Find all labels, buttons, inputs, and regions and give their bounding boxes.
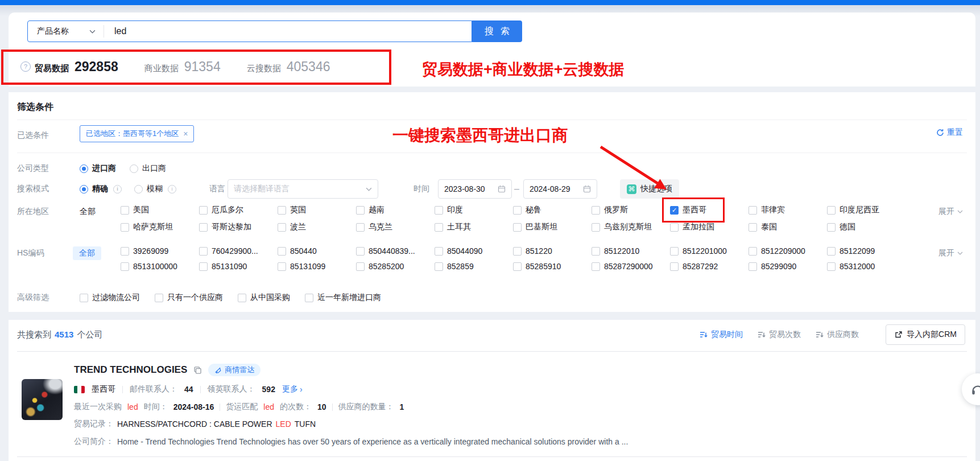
checkbox-label: 越南 [369,205,384,215]
tab-trade-data[interactable]: 贸易数据 292858 [35,59,118,75]
hs-checkbox[interactable]: 85287292 [670,262,749,271]
checkbox [199,206,208,215]
region-checkbox[interactable]: 美国 [121,205,199,215]
selected-region-chip[interactable]: 已选地区：墨西哥等1个地区 × [80,125,194,142]
hs-checkbox[interactable]: 8513100000 [121,262,199,271]
advanced-checkbox[interactable]: 近一年新增进口商 [305,293,381,303]
checkbox-label: 85285200 [369,262,404,271]
tab-cloud-data[interactable]: 云搜数据 405346 [247,59,330,75]
region-checkbox[interactable]: 秘鲁 [513,205,592,215]
tab-business-data[interactable]: 商业数据 91354 [144,59,221,75]
region-checkbox[interactable]: 哥斯达黎加 [199,222,278,232]
region-checkbox[interactable]: 巴基斯坦 [513,222,592,232]
region-checkbox[interactable]: 印度 [435,205,513,215]
hs-checkbox[interactable]: 85285910 [513,262,592,271]
more-link[interactable]: 更多 › [282,384,303,394]
info-icon[interactable]: i [168,185,176,194]
region-checkbox[interactable]: 孟加拉国 [670,222,749,232]
close-icon[interactable]: × [183,129,188,138]
search-input[interactable]: led [104,26,126,36]
checkbox [749,262,757,271]
advanced-checkbox[interactable]: 从中国采购 [238,293,290,303]
hs-expand-link[interactable]: 展开 [938,248,963,258]
sort-trade-count[interactable]: 贸易次数 [758,330,801,340]
hs-checkbox[interactable]: 850440839... [356,246,435,256]
search-box[interactable]: 产品名称 led [27,20,472,42]
region-checkbox-mexico-checked[interactable]: ✓墨西哥 [670,205,749,215]
hs-checkbox[interactable]: 85122010 [592,246,670,256]
divider [332,404,333,411]
reset-button[interactable]: 重置 [936,127,963,138]
language-select[interactable]: 请选择翻译语言 [228,179,378,199]
sort-supplier-count[interactable]: 供应商数 [816,330,859,340]
info-icon[interactable]: i [113,185,122,194]
region-expand-link[interactable]: 展开 [938,207,963,217]
help-icon[interactable]: ? [20,61,31,72]
company-photo[interactable] [22,379,63,420]
advanced-checkbox[interactable]: 只有一个供应商 [155,293,223,303]
hs-checkbox[interactable]: 85131099 [278,262,356,271]
hs-checkbox[interactable]: 85287290000 [592,262,670,271]
hs-checkbox[interactable]: 760429900... [199,246,278,256]
hs-checkbox[interactable]: 85122099 [827,246,905,256]
quick-options-label: 快捷选项 [640,184,672,194]
region-checkbox[interactable]: 印度尼西亚 [827,205,905,215]
trade-record-label: 贸易记录： [74,419,114,429]
region-checkbox[interactable]: 菲律宾 [749,205,827,215]
copy-icon[interactable] [193,366,202,374]
company-name[interactable]: TREND TECHNOLOGIES [74,364,187,376]
checkbox-label: 从中国采购 [250,293,290,303]
region-checkbox[interactable]: 乌兹别克斯坦 [592,222,670,232]
date-from-input[interactable]: 2023-08-30 [438,179,512,199]
region-checkbox[interactable]: 乌克兰 [356,222,435,232]
hs-checkbox[interactable]: 85044090 [435,246,513,256]
search-category-dropdown[interactable]: 产品名称 [28,26,104,36]
region-checkbox[interactable]: 俄罗斯 [592,205,670,215]
region-checkbox[interactable]: 泰国 [749,222,827,232]
hs-checkbox[interactable]: 85131090 [199,262,278,271]
refresh-icon [936,129,944,137]
chevron-down-icon [89,30,96,34]
hs-checkbox[interactable]: 8512209000 [749,246,827,256]
divider [17,456,967,457]
sort-trade-time[interactable]: 贸易时间 [700,330,743,340]
import-crm-button[interactable]: 导入内部CRM [886,324,965,345]
hs-checkbox[interactable]: 39269099 [121,246,199,256]
checkbox-label: 印度尼西亚 [840,205,879,215]
business-radar-badge[interactable]: 商情雷达 [208,364,260,376]
region-checkbox[interactable]: 英国 [278,205,356,215]
radio-importer[interactable]: 进口商 [80,163,116,174]
hs-checkbox[interactable]: 85312000 [827,262,905,271]
radio-exporter[interactable]: 出口商 [130,163,166,174]
hs-all[interactable]: 全部 [73,246,101,260]
search-button[interactable]: 搜索 [472,20,522,42]
region-checkbox[interactable]: 越南 [356,205,435,215]
search-mode-options: 精确 i 模糊 i [80,184,176,194]
radio-fuzzy[interactable]: 模糊 i [134,184,176,194]
region-checkbox[interactable]: 土耳其 [435,222,513,232]
radio-label: 出口商 [142,163,166,174]
checkbox [121,223,129,232]
hs-checkbox[interactable]: 85299090 [749,262,827,271]
hs-checkbox[interactable]: 851220 [513,246,592,256]
advanced-filter-label: 高级筛选 [17,293,49,303]
radio-exact[interactable]: 精确 i [80,184,122,194]
quick-options-button[interactable]: ⌘ 快捷选项 [620,179,679,199]
checkbox [356,247,365,256]
region-checkbox[interactable]: 波兰 [278,222,356,232]
region-checkbox[interactable]: 厄瓜多尔 [199,205,278,215]
hs-code-label: HS编码 [17,248,44,258]
region-checkbox[interactable]: 德国 [827,222,905,232]
badge-label: 商情雷达 [225,365,254,375]
region-checkbox[interactable]: 哈萨克斯坦 [121,222,199,232]
hs-checkbox[interactable]: 852859 [435,262,513,271]
hs-checkbox[interactable]: 850440 [278,246,356,256]
headset-icon [970,382,980,397]
date-to-input[interactable]: 2024-08-29 [523,179,597,199]
advanced-checkbox[interactable]: 过滤物流公司 [80,293,140,303]
hs-checkbox[interactable]: 8512201000 [670,246,749,256]
command-icon: ⌘ [627,184,636,194]
hs-checkbox[interactable]: 85285200 [356,262,435,271]
region-all[interactable]: 全部 [80,207,96,217]
email-contacts-label: 邮件联系人： [130,384,177,394]
